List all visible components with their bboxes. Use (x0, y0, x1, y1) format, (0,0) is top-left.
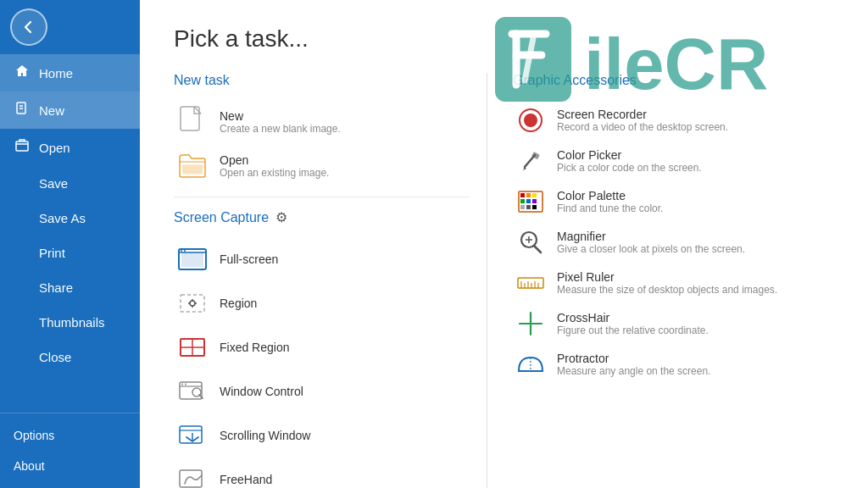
freehand-info: FreeHand (220, 473, 272, 486)
svg-rect-36 (520, 193, 525, 197)
svg-rect-44 (532, 205, 537, 209)
gear-settings-icon[interactable]: ⚙ (275, 209, 287, 225)
accessory-crosshair[interactable]: CrossHair Figure out the relative coordi… (513, 303, 834, 344)
new-icon (14, 102, 31, 119)
crosshair-info: CrossHair Figure out the relative coordi… (557, 311, 709, 336)
sidebar-item-save[interactable]: Save (0, 166, 140, 201)
scrolling-window-icon (177, 420, 208, 451)
capture-region[interactable]: Region (174, 281, 470, 325)
right-column: Graphic Accessories Screen Recorder Reco… (487, 73, 834, 488)
capture-scrolling-window[interactable]: Scrolling Window (174, 413, 470, 458)
region-info: Region (220, 297, 257, 310)
svg-text:ileCR: ileCR (584, 24, 768, 104)
magnifier-info: Magnifier Give a closer look at pixels o… (557, 230, 745, 255)
color-picker-icon (516, 147, 545, 175)
logo-watermark: ileCR (487, 8, 851, 114)
pixel-ruler-icon (516, 269, 545, 297)
capture-freehand[interactable]: FreeHand (174, 458, 470, 488)
content-columns: New task New Create a new blank image. (174, 73, 834, 488)
svg-point-14 (190, 301, 195, 306)
task-open-info: Open Open an existing image. (220, 153, 329, 179)
task-open[interactable]: Open Open an existing image. (174, 144, 470, 188)
sidebar-item-options[interactable]: Options (0, 420, 140, 451)
accessory-color-palette[interactable]: Color Palette Find and tune the color. (513, 181, 834, 222)
svg-rect-13 (181, 295, 204, 312)
svg-rect-37 (526, 193, 531, 197)
svg-rect-41 (532, 199, 537, 203)
open-folder-icon (177, 151, 208, 181)
accessory-magnifier[interactable]: Magnifier Give a closer look at pixels o… (513, 222, 834, 263)
color-picker-info: Color Picker Pick a color code on the sc… (557, 148, 702, 174)
sidebar-item-share[interactable]: Share (0, 270, 140, 305)
sidebar-bottom: Options About (0, 413, 140, 488)
accessory-protractor[interactable]: Protractor Measure any angle on the scre… (513, 344, 834, 385)
capture-window-control[interactable]: Window Control (174, 369, 470, 413)
sidebar-item-new[interactable]: New (0, 92, 140, 129)
svg-rect-9 (181, 252, 203, 267)
svg-point-24 (181, 384, 183, 385)
accessory-color-picker[interactable]: Color Picker Pick a color code on the sc… (513, 141, 834, 181)
sidebar-item-open[interactable]: Open (0, 129, 140, 166)
window-control-icon (177, 376, 208, 407)
protractor-info: Protractor Measure any angle on the scre… (557, 352, 710, 377)
new-document-icon (177, 107, 208, 137)
left-column: New task New Create a new blank image. (174, 73, 487, 488)
sidebar-item-print[interactable]: Print (0, 236, 140, 270)
section-divider (174, 197, 470, 197)
sidebar-item-home[interactable]: Home (0, 54, 140, 92)
svg-rect-3 (16, 141, 28, 151)
pixel-ruler-info: Pixel Ruler Measure the size of desktop … (557, 270, 777, 296)
color-palette-info: Color Palette Find and tune the color. (557, 189, 663, 214)
svg-rect-7 (181, 107, 199, 130)
svg-rect-42 (520, 205, 525, 209)
color-palette-icon (516, 187, 545, 216)
fixed-region-info: Fixed Region (220, 341, 290, 354)
sidebar-navigation: Home New Open Save Save As Print (0, 54, 140, 413)
home-icon (14, 64, 31, 81)
magnifier-icon (516, 228, 545, 257)
scrolling-window-info: Scrolling Window (220, 429, 310, 442)
svg-point-12 (184, 250, 186, 252)
open-icon (14, 139, 31, 156)
back-button[interactable] (10, 8, 47, 46)
fixed-region-icon (177, 332, 208, 363)
crosshair-icon (516, 309, 545, 338)
svg-rect-43 (526, 205, 531, 209)
sidebar-item-save-as[interactable]: Save As (0, 201, 140, 236)
freehand-icon (177, 464, 208, 488)
accessory-pixel-ruler[interactable]: Pixel Ruler Measure the size of desktop … (513, 263, 834, 303)
sidebar-item-close[interactable]: Close (0, 340, 140, 374)
screen-capture-section-title: Screen Capture ⚙ (174, 209, 470, 225)
region-icon (177, 288, 208, 319)
capture-fixed-region[interactable]: Fixed Region (174, 325, 470, 369)
sidebar: Home New Open Save Save As Print (0, 0, 140, 488)
sidebar-item-about[interactable]: About (0, 451, 140, 481)
svg-rect-39 (520, 199, 525, 203)
protractor-icon (516, 350, 545, 379)
svg-point-33 (524, 114, 537, 127)
window-control-info: Window Control (220, 385, 303, 398)
sidebar-item-thumbnails[interactable]: Thumbnails (0, 305, 140, 340)
task-new[interactable]: New Create a new blank image. (174, 100, 470, 144)
svg-line-46 (534, 246, 541, 252)
svg-rect-38 (532, 193, 537, 197)
svg-point-25 (185, 384, 186, 385)
main-content: ileCR Pick a task... New task New (140, 0, 868, 488)
fullscreen-info: Full-screen (220, 252, 278, 266)
svg-rect-4 (495, 17, 571, 102)
task-new-info: New Create a new blank image. (220, 109, 341, 135)
capture-fullscreen[interactable]: Full-screen (174, 237, 470, 281)
new-task-section-title: New task (174, 73, 470, 88)
svg-point-11 (181, 250, 182, 252)
svg-rect-40 (526, 199, 531, 203)
fullscreen-icon (177, 244, 208, 274)
